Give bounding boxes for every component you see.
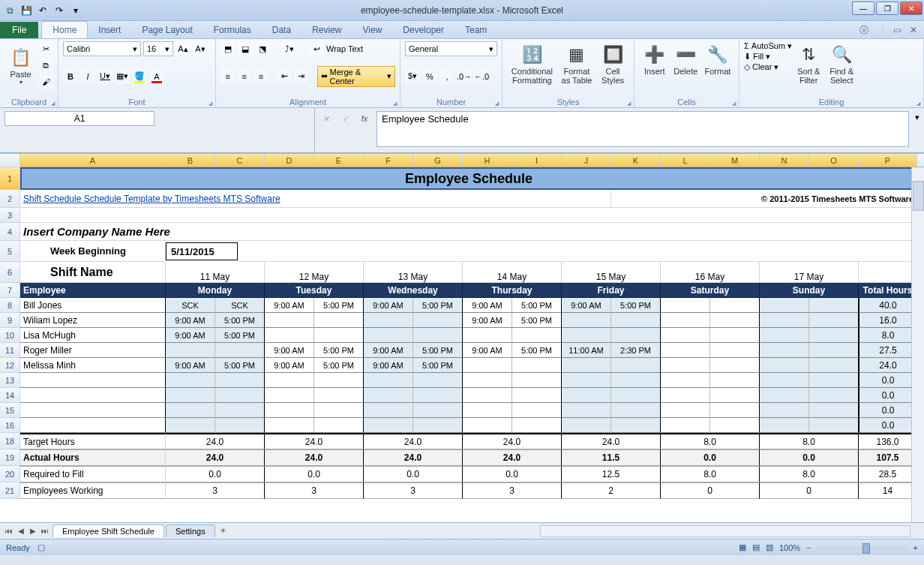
shift-cell[interactable]: [166, 418, 215, 433]
col-header-M[interactable]: M: [710, 154, 760, 167]
employee-name-cell[interactable]: [20, 373, 166, 388]
shift-cell[interactable]: 2:30 PM: [611, 343, 661, 358]
shift-cell[interactable]: 5:00 PM: [314, 358, 364, 373]
total-cell[interactable]: 40.0: [859, 298, 917, 313]
date-header[interactable]: 11 May: [166, 262, 265, 283]
day-header[interactable]: Thursday: [463, 283, 562, 298]
summary-label[interactable]: Required to Fill: [20, 466, 166, 482]
increase-decimal-icon[interactable]: .0→: [457, 69, 472, 84]
shift-cell[interactable]: [364, 313, 413, 328]
fx-icon[interactable]: fx: [357, 111, 372, 126]
shift-cell[interactable]: [314, 328, 364, 343]
shift-cell[interactable]: [265, 403, 314, 418]
shift-cell[interactable]: [512, 373, 562, 388]
view-pagebreak-icon[interactable]: ▧: [766, 542, 773, 552]
shift-cell[interactable]: [413, 373, 463, 388]
sheet-tab-employee-shift[interactable]: Employee Shift Schedule: [52, 524, 164, 537]
shift-cell[interactable]: 5:00 PM: [512, 313, 562, 328]
summary-value[interactable]: 12.5: [562, 466, 661, 482]
shift-cell[interactable]: [661, 343, 710, 358]
employee-name-cell[interactable]: [20, 418, 166, 433]
shift-cell[interactable]: [166, 373, 215, 388]
shift-cell[interactable]: [661, 388, 710, 403]
summary-value[interactable]: 3: [364, 482, 463, 499]
template-link[interactable]: Shift Schedule Schedule Template by Time…: [20, 190, 611, 208]
summary-value[interactable]: 8.0: [760, 466, 859, 482]
col-header-L[interactable]: L: [661, 154, 710, 167]
shift-cell[interactable]: 5:00 PM: [512, 343, 562, 358]
select-all-triangle[interactable]: [0, 154, 20, 167]
summary-value[interactable]: 0.0: [463, 466, 562, 482]
col-header-A[interactable]: A: [20, 154, 166, 167]
shift-cell[interactable]: 5:00 PM: [512, 298, 562, 313]
save-icon[interactable]: 💾: [20, 4, 33, 17]
align-top-icon[interactable]: ⬒: [220, 41, 236, 56]
row-header-13[interactable]: 13: [0, 373, 20, 388]
shift-cell[interactable]: [809, 388, 859, 403]
percent-icon[interactable]: %: [422, 69, 437, 84]
shift-cell[interactable]: [265, 388, 314, 403]
currency-icon[interactable]: $▾: [405, 69, 420, 84]
tab-developer[interactable]: Developer: [392, 22, 454, 38]
shift-cell[interactable]: 9:00 AM: [166, 328, 215, 343]
row-header-12[interactable]: 12: [0, 358, 20, 373]
shift-cell[interactable]: [512, 418, 562, 433]
day-header[interactable]: Friday: [562, 283, 661, 298]
paste-button[interactable]: 📋 Paste▾: [4, 41, 37, 89]
summary-value[interactable]: 3: [166, 482, 265, 499]
autosum-button[interactable]: Σ AutoSum ▾: [744, 41, 792, 51]
shift-cell[interactable]: [512, 403, 562, 418]
col-header-E[interactable]: E: [314, 154, 364, 167]
shift-cell[interactable]: [364, 328, 413, 343]
shift-cell[interactable]: [661, 418, 710, 433]
week-date-cell[interactable]: 5/11/2015: [166, 242, 238, 260]
summary-value[interactable]: 8.0: [661, 466, 760, 482]
shift-cell[interactable]: [314, 403, 364, 418]
grid[interactable]: Employee ScheduleShift Schedule Schedule…: [20, 167, 924, 522]
shift-cell[interactable]: [215, 373, 265, 388]
name-box[interactable]: [4, 111, 154, 126]
col-header-O[interactable]: O: [809, 154, 859, 167]
employee-name-cell[interactable]: Bill Jones: [20, 298, 166, 313]
tab-file[interactable]: File: [0, 22, 38, 38]
summary-value[interactable]: 8.0: [760, 433, 859, 449]
bold-button[interactable]: B: [63, 69, 78, 84]
shift-name-label[interactable]: Shift Name: [20, 262, 166, 283]
shift-cell[interactable]: [611, 388, 661, 403]
zoom-out-icon[interactable]: −: [806, 543, 811, 552]
shift-cell[interactable]: [215, 403, 265, 418]
shift-cell[interactable]: [215, 388, 265, 403]
summary-total[interactable]: 28.5: [859, 466, 917, 482]
shift-cell[interactable]: 9:00 AM: [364, 358, 413, 373]
shift-cell[interactable]: [661, 373, 710, 388]
row-header-10[interactable]: 10: [0, 328, 20, 343]
col-header-F[interactable]: F: [364, 154, 413, 167]
row-header-3[interactable]: 3: [0, 208, 20, 223]
summary-value[interactable]: 0.0: [265, 466, 364, 482]
week-label[interactable]: Week Beginning: [20, 241, 166, 262]
shift-cell[interactable]: [166, 388, 215, 403]
employee-name-cell[interactable]: [20, 388, 166, 403]
col-header-G[interactable]: G: [413, 154, 463, 167]
shift-cell[interactable]: [611, 373, 661, 388]
summary-value[interactable]: 24.0: [463, 449, 562, 466]
summary-value[interactable]: 0: [661, 482, 760, 499]
horizontal-scrollbar[interactable]: [540, 525, 910, 537]
employee-name-cell[interactable]: Roger Miller: [20, 343, 166, 358]
shift-cell[interactable]: [710, 418, 760, 433]
shift-cell[interactable]: [809, 358, 859, 373]
shift-cell[interactable]: [364, 373, 413, 388]
shift-cell[interactable]: [611, 403, 661, 418]
column-headers[interactable]: ABCDEFGHIJKLMNOP: [0, 154, 924, 167]
shift-cell[interactable]: [265, 328, 314, 343]
total-cell[interactable]: 0.0: [859, 403, 917, 418]
zoom-in-icon[interactable]: +: [914, 543, 918, 552]
summary-total[interactable]: 14: [859, 482, 917, 499]
summary-value[interactable]: 24.0: [265, 433, 364, 449]
row-header-4[interactable]: 4: [0, 223, 20, 241]
summary-value[interactable]: 24.0: [265, 449, 364, 466]
insert-cells-button[interactable]: ➕Insert: [639, 41, 670, 77]
employee-name-cell[interactable]: Melissa Minh: [20, 358, 166, 373]
shift-cell[interactable]: 5:00 PM: [215, 313, 265, 328]
shift-cell[interactable]: [265, 418, 314, 433]
